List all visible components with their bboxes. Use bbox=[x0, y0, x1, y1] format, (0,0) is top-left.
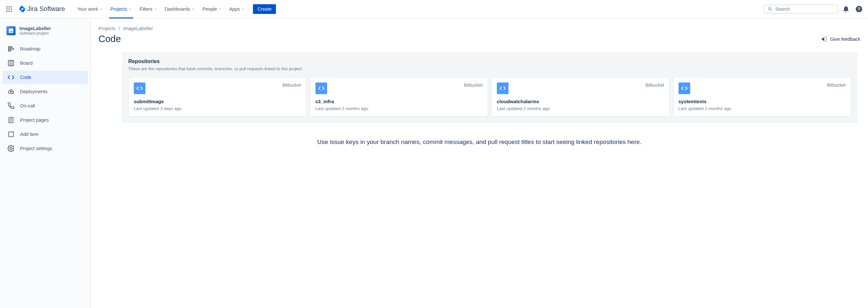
nav-people[interactable]: People bbox=[199, 4, 225, 13]
code-icon bbox=[134, 82, 146, 94]
code-icon bbox=[497, 82, 508, 94]
search-input[interactable] bbox=[764, 4, 838, 13]
sidebar-item-label: Add item bbox=[20, 132, 38, 137]
chevron-down-icon bbox=[218, 7, 221, 11]
sidebar-item-label: Board bbox=[20, 61, 33, 66]
repo-updated: Last updated 2 months ago bbox=[497, 106, 664, 111]
sidebar-item-roadmap[interactable]: Roadmap bbox=[3, 42, 88, 56]
sidebar-item-board[interactable]: Board bbox=[3, 56, 88, 70]
sidebar-item-label: Code bbox=[20, 75, 31, 80]
svg-rect-1 bbox=[8, 6, 9, 7]
svg-rect-12 bbox=[8, 46, 12, 48]
svg-rect-13 bbox=[8, 48, 14, 49]
top-nav: Jira Software Your work Projects Filters… bbox=[0, 0, 868, 18]
repo-provider: Bitbucket bbox=[464, 82, 483, 88]
repo-updated: Last updated 2 months ago bbox=[315, 106, 483, 111]
app-switcher-icon[interactable] bbox=[4, 4, 14, 14]
code-icon bbox=[7, 74, 15, 81]
code-icon bbox=[679, 82, 690, 94]
repo-card[interactable]: Bitbucket s3_infra Last updated 2 months… bbox=[310, 77, 488, 116]
brand-text: Jira Software bbox=[27, 5, 65, 12]
nav-items: Your work Projects Filters Dashboards Pe… bbox=[74, 4, 276, 14]
deployments-icon bbox=[7, 88, 15, 95]
board-icon bbox=[7, 60, 15, 67]
repo-provider: Bitbucket bbox=[646, 82, 664, 88]
svg-rect-7 bbox=[8, 11, 9, 12]
roadmap-icon bbox=[7, 45, 15, 53]
repositories-panel: Repositories These are the repositories … bbox=[122, 52, 858, 123]
svg-text:?: ? bbox=[858, 6, 861, 12]
on-call-icon bbox=[7, 102, 15, 109]
project-avatar bbox=[6, 26, 16, 35]
svg-rect-2 bbox=[11, 6, 12, 7]
feedback-icon bbox=[821, 36, 828, 42]
search-field[interactable] bbox=[775, 6, 834, 12]
svg-rect-15 bbox=[8, 61, 14, 66]
jira-icon bbox=[18, 5, 26, 13]
nav-projects[interactable]: Projects bbox=[107, 4, 135, 13]
breadcrumb-root[interactable]: Projects bbox=[98, 26, 115, 31]
repo-provider: Bitbucket bbox=[827, 82, 846, 88]
sidebar-item-deployments[interactable]: Deployments bbox=[3, 85, 88, 98]
svg-rect-8 bbox=[11, 11, 12, 12]
repo-provider: Bitbucket bbox=[282, 82, 301, 88]
main-content: Projects / ImageLabeller Code Give feedb… bbox=[91, 18, 868, 308]
sidebar-item-label: On-call bbox=[20, 103, 35, 108]
svg-rect-14 bbox=[8, 50, 11, 52]
sidebar-item-label: Deployments bbox=[20, 89, 48, 94]
repo-card[interactable]: Bitbucket systemtests Last updated 2 mon… bbox=[673, 77, 851, 116]
repo-card[interactable]: Bitbucket cloudwatchalarms Last updated … bbox=[491, 77, 670, 116]
nav-filters[interactable]: Filters bbox=[136, 4, 160, 13]
pages-icon bbox=[7, 116, 15, 124]
jira-logo[interactable]: Jira Software bbox=[16, 5, 68, 13]
breadcrumb-separator: / bbox=[119, 26, 120, 31]
sidebar-item-code[interactable]: Code bbox=[3, 71, 88, 84]
notifications-icon[interactable] bbox=[841, 4, 851, 14]
svg-rect-3 bbox=[6, 8, 7, 9]
give-feedback-button[interactable]: Give feedback bbox=[821, 36, 860, 42]
add-item-icon bbox=[7, 131, 15, 138]
sidebar-item-label: Project pages bbox=[20, 117, 49, 123]
breadcrumb-current[interactable]: ImageLabeller bbox=[123, 26, 153, 31]
svg-rect-22 bbox=[9, 132, 13, 137]
sidebar-item-project-pages[interactable]: Project pages bbox=[3, 113, 88, 127]
sidebar-item-on-call[interactable]: On-call bbox=[3, 99, 88, 112]
chevron-down-icon bbox=[129, 7, 132, 11]
sidebar-item-add-item[interactable]: Add item bbox=[3, 128, 88, 141]
svg-rect-5 bbox=[11, 8, 12, 9]
panel-title: Repositories bbox=[128, 59, 851, 64]
chevron-down-icon bbox=[154, 7, 157, 11]
svg-rect-4 bbox=[8, 8, 9, 9]
sidebar-item-project-settings[interactable]: Project settings bbox=[3, 142, 88, 155]
svg-point-25 bbox=[10, 147, 12, 149]
repo-name: cloudwatchalarms bbox=[497, 99, 664, 104]
panel-description: These are the repositories that have com… bbox=[128, 66, 851, 71]
repo-name: submitImage bbox=[134, 99, 301, 104]
repo-card[interactable]: Bitbucket submitImage Last updated 3 day… bbox=[128, 77, 307, 116]
repo-name: systemtests bbox=[679, 99, 846, 104]
chevron-down-icon bbox=[99, 7, 103, 11]
code-icon bbox=[315, 82, 327, 94]
sidebar: ImageLabeller Software project Roadmap B… bbox=[0, 18, 91, 308]
nav-apps[interactable]: Apps bbox=[226, 4, 248, 13]
project-header[interactable]: ImageLabeller Software project bbox=[3, 25, 88, 42]
search-icon bbox=[768, 6, 773, 12]
repo-name: s3_infra bbox=[315, 99, 483, 104]
nav-your-work[interactable]: Your work bbox=[74, 4, 106, 13]
repo-updated: Last updated 2 months ago bbox=[679, 106, 846, 111]
chevron-down-icon bbox=[241, 7, 245, 11]
create-button[interactable]: Create bbox=[253, 4, 276, 14]
settings-icon bbox=[7, 145, 15, 152]
svg-rect-6 bbox=[6, 11, 7, 12]
svg-point-11 bbox=[10, 29, 11, 30]
project-subtitle: Software project bbox=[20, 31, 51, 36]
breadcrumb: Projects / ImageLabeller bbox=[98, 26, 860, 31]
page-title: Code bbox=[98, 34, 121, 44]
project-name: ImageLabeller bbox=[20, 26, 51, 31]
help-icon[interactable]: ? bbox=[854, 4, 864, 14]
chevron-down-icon bbox=[191, 7, 195, 11]
nav-dashboards[interactable]: Dashboards bbox=[162, 4, 198, 13]
hint-text: Use issue keys in your branch names, com… bbox=[98, 137, 860, 147]
svg-rect-0 bbox=[6, 6, 7, 7]
repo-updated: Last updated 3 days ago bbox=[134, 106, 301, 111]
